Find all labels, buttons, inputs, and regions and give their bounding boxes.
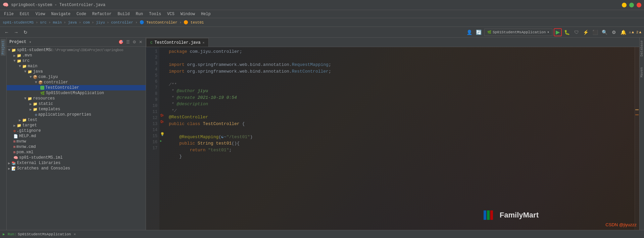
sidebar-close-button[interactable]: ✕ <box>138 39 143 45</box>
tree-item-target[interactable]: ▶ 📁 target <box>7 123 146 128</box>
expand-icon: ▼ <box>30 75 32 79</box>
menu-refactor[interactable]: Refactor <box>90 11 114 17</box>
breadcrumb-controller[interactable]: controller <box>111 21 133 25</box>
menu-vcs[interactable]: VCS <box>164 11 177 17</box>
tree-item-mvnwcmd[interactable]: m mvnw.cmd <box>7 144 146 150</box>
gutter: 🫘 🫘 💡 ▶ <box>159 47 166 230</box>
resources-folder-icon: 📁 <box>28 96 32 101</box>
tree-label: .gitignore <box>17 128 41 133</box>
tree-item-root[interactable]: ▼ 📁 sp01-studentMS E:\Programming\IDEAPr… <box>7 47 146 53</box>
sidebar-header: Project ▾ 🎯 ☰ ⚙ ✕ <box>7 38 146 47</box>
gutter-bulb-14[interactable]: 💡 <box>160 131 165 138</box>
minimize-button[interactable] <box>622 3 627 7</box>
app-icon: 🧠 <box>3 2 8 8</box>
breadcrumb-jiyu[interactable]: jiyu <box>96 21 105 25</box>
breadcrumb-com[interactable]: com <box>83 21 90 25</box>
breadcrumb-root[interactable]: sp01-studentMS <box>3 21 34 25</box>
vcs-button[interactable]: 👤 <box>465 28 474 36</box>
maximize-button[interactable] <box>629 3 634 7</box>
tree-item-gitignore[interactable]: ⚙ .gitignore <box>7 128 146 133</box>
tree-item-java[interactable]: ▼ 📁 java <box>7 69 146 74</box>
tree-item-extlibs[interactable]: ▶ 📚 External Libraries <box>7 160 146 166</box>
menu-view[interactable]: View <box>33 11 48 17</box>
tab-close-button[interactable]: ✕ <box>202 41 204 45</box>
toolbar-forward-button[interactable]: → <box>12 28 20 36</box>
tree-label: controller <box>44 80 68 85</box>
tree-label: target <box>22 123 37 128</box>
code-line-7: * @author jiyu <box>169 88 632 94</box>
tree-item-static[interactable]: ▶ 📁 static <box>7 101 146 107</box>
error-stripe <box>635 47 639 230</box>
maven-tab[interactable]: Maven <box>639 66 644 79</box>
menu-code[interactable]: Code <box>74 11 89 17</box>
project-tab-label[interactable]: Project <box>1 39 6 56</box>
tree-item-appprops[interactable]: ⚙ application.properties <box>7 112 146 117</box>
settings-button[interactable]: ⚙ <box>610 28 618 36</box>
menu-edit[interactable]: Edit <box>17 11 32 17</box>
breadcrumb-method[interactable]: 🟠 test01 <box>184 20 204 25</box>
editor-tab-testcontroller[interactable]: C TestController.java ✕ <box>146 38 209 47</box>
tree-item-iml[interactable]: 🧠 sp01-studentMS.iml <box>7 155 146 160</box>
run-config-selector[interactable]: 🌿 Sp01StudentMsApplication ▾ <box>484 29 552 36</box>
tree-item-mvnw[interactable]: m mvnw <box>7 139 146 144</box>
expand-icon: ▼ <box>8 48 10 52</box>
sidebar-settings-button[interactable]: ⚙ <box>132 39 137 45</box>
toolbar-back-button[interactable]: ← <box>3 28 11 36</box>
tree-item-main[interactable]: ▼ 📁 main <box>7 64 146 69</box>
coverage-button[interactable]: 🛡 <box>573 28 581 36</box>
profile-button[interactable]: ⚡ <box>582 28 590 36</box>
notifications-button[interactable]: 🔔 <box>620 28 628 36</box>
vcs-update-button[interactable]: 🔄 <box>475 28 483 36</box>
tree-label: application.properties <box>38 112 91 117</box>
expand-icon: ▼ <box>19 64 21 68</box>
menu-help[interactable]: Help <box>198 11 213 17</box>
gutter-run-15[interactable]: ▶ <box>160 138 165 144</box>
database-tab[interactable]: Database <box>639 39 644 58</box>
tree-item-controller[interactable]: ▼ 📦 controller <box>7 80 146 85</box>
code-area[interactable]: 1 2 3 4 5 6 7 8 9 10 11 12 13 14 15 16 1… <box>146 47 639 230</box>
menu-build[interactable]: Build <box>115 11 132 17</box>
close-button[interactable] <box>637 3 641 7</box>
bottom-close-button[interactable]: ✕ <box>73 232 76 236</box>
tree-item-scratches[interactable]: ▶ 📝 Scratches and Consoles <box>7 166 146 171</box>
folder-icon: 📁 <box>11 48 16 52</box>
tree-item-templates[interactable]: ▶ 📁 templates <box>7 107 146 112</box>
tree-item-springapp[interactable]: 🌿 Sp01StudentMsApplication <box>7 90 146 96</box>
code-content[interactable]: package com.jiyu.controller; import org.… <box>166 47 635 230</box>
folder-icon: 📁 <box>33 102 38 106</box>
run-label: Run: Sp01StudentMsApplication <box>8 232 71 236</box>
toolbar-refresh-button[interactable]: ↻ <box>21 28 30 36</box>
code-line-14: @RequestMapping(☯~"/test01") <box>169 134 632 141</box>
breadcrumb-main[interactable]: main <box>53 21 61 25</box>
expand-icon: ▼ <box>13 59 16 63</box>
tree-item-pomxml[interactable]: m pom.xml <box>7 150 146 155</box>
warning-nav-up[interactable]: ▲ <box>639 30 641 34</box>
window-controls[interactable] <box>622 3 641 7</box>
spring-icon: 🌿 <box>40 91 45 95</box>
menu-file[interactable]: File <box>1 11 16 17</box>
search-everywhere-button[interactable]: 🔍 <box>601 28 609 36</box>
tree-item-mvn[interactable]: ▶ 📁 .mvn <box>7 53 146 58</box>
main-layout: Project Project ▾ 🎯 ☰ ⚙ ✕ ▼ 📁 sp01-stude… <box>0 38 644 230</box>
tree-item-test[interactable]: ▶ 📁 test <box>7 117 146 123</box>
tree-item-comjiyu[interactable]: ▼ 📦 com.jiyu <box>7 74 146 80</box>
expand-icon: ▼ <box>24 96 27 101</box>
menu-tools[interactable]: Tools <box>146 11 164 17</box>
menu-navigate[interactable]: Navigate <box>48 11 73 17</box>
menu-window[interactable]: Window <box>178 11 198 17</box>
error-mark-1 <box>635 109 639 110</box>
sidebar-collapse-button[interactable]: ☰ <box>126 39 131 45</box>
java-class-icon <box>40 86 44 90</box>
sidebar-locate-button[interactable]: 🎯 <box>118 39 124 45</box>
breadcrumb-class[interactable]: 🔵 TestController <box>140 20 178 25</box>
tree-item-src[interactable]: ▼ 📁 src <box>7 58 146 64</box>
run-button[interactable]: ▶ <box>554 28 562 36</box>
debug-button[interactable]: 🐛 <box>563 28 571 36</box>
tree-item-resources[interactable]: ▼ 📁 resources <box>7 96 146 101</box>
menu-run[interactable]: Run <box>133 11 146 17</box>
tree-item-helpmd[interactable]: 📄 HELP.md <box>7 133 146 139</box>
breadcrumb-java[interactable]: java <box>68 21 77 25</box>
stop-button[interactable]: ⬛ <box>591 28 599 36</box>
breadcrumb-src[interactable]: src <box>40 21 47 25</box>
tree-item-testcontroller[interactable]: TestController <box>7 85 146 90</box>
